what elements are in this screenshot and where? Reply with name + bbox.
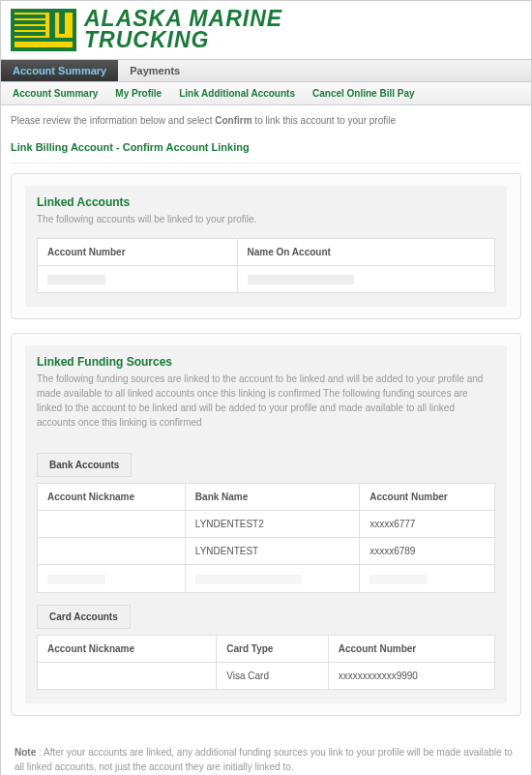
redacted-value bbox=[195, 575, 302, 584]
svg-rect-4 bbox=[15, 26, 45, 30]
card-accounts-tab: Card Accounts bbox=[37, 605, 131, 629]
header: ALASKA MARINE TRUCKING bbox=[1, 1, 531, 59]
card-accounts-table: Account Nickname Card Type Account Numbe… bbox=[37, 635, 495, 690]
linked-accounts-desc: The following accounts will be linked to… bbox=[37, 212, 495, 226]
funding-sources-desc: The following funding sources are linked… bbox=[37, 372, 495, 430]
page-title: Link Billing Account - Confirm Account L… bbox=[11, 135, 521, 164]
svg-rect-2 bbox=[15, 15, 45, 18]
col-card-type: Card Type bbox=[217, 635, 328, 662]
linked-accounts-table: Account Number Name On Account bbox=[37, 238, 495, 293]
table-row: Visa Card xxxxxxxxxxxx9990 bbox=[38, 662, 495, 689]
subnav-cancel-bill-pay[interactable]: Cancel Online Bill Pay bbox=[312, 88, 415, 99]
svg-rect-7 bbox=[49, 13, 55, 42]
brand-name: ALASKA MARINE TRUCKING bbox=[84, 9, 282, 51]
instruction-text: Please review the information below and … bbox=[11, 115, 521, 126]
col-nickname: Account Nickname bbox=[38, 484, 186, 511]
redacted-value bbox=[47, 575, 105, 584]
main-tabs: Account Summary Payments bbox=[1, 59, 531, 82]
col-nickname: Account Nickname bbox=[38, 635, 217, 662]
col-name-on-account: Name On Account bbox=[237, 239, 494, 266]
table-row: LYNDENTEST xxxxx6789 bbox=[38, 538, 495, 565]
bank-accounts-tab: Bank Accounts bbox=[37, 453, 132, 477]
col-account-number: Account Number bbox=[360, 484, 495, 511]
notes-section: Note : After your accounts are linked, a… bbox=[1, 739, 531, 775]
redacted-value bbox=[248, 275, 354, 284]
subnav-link-accounts[interactable]: Link Additional Accounts bbox=[179, 88, 295, 99]
redacted-value bbox=[369, 575, 428, 584]
col-account-number: Account Number bbox=[38, 239, 238, 266]
redacted-value bbox=[47, 275, 105, 284]
svg-rect-6 bbox=[15, 38, 73, 42]
svg-rect-3 bbox=[15, 20, 45, 24]
subnav-my-profile[interactable]: My Profile bbox=[115, 88, 162, 99]
col-bank-name: Bank Name bbox=[185, 484, 359, 511]
subnav-account-summary[interactable]: Account Summary bbox=[13, 88, 98, 99]
bank-accounts-table: Account Nickname Bank Name Account Numbe… bbox=[37, 483, 495, 592]
tab-account-summary[interactable]: Account Summary bbox=[1, 60, 118, 81]
tab-payments[interactable]: Payments bbox=[118, 60, 192, 81]
col-account-number: Account Number bbox=[328, 635, 494, 662]
table-row bbox=[38, 266, 495, 293]
table-row: LYNDENTEST2 xxxxx6777 bbox=[38, 511, 495, 538]
sub-nav: Account Summary My Profile Link Addition… bbox=[1, 82, 531, 105]
logo-icon bbox=[11, 9, 76, 51]
funding-sources-heading: Linked Funding Sources bbox=[37, 355, 495, 369]
funding-sources-panel: Linked Funding Sources The following fun… bbox=[11, 333, 521, 715]
linked-accounts-heading: Linked Accounts bbox=[37, 195, 495, 209]
svg-rect-5 bbox=[15, 32, 45, 36]
table-row bbox=[38, 565, 495, 592]
svg-rect-8 bbox=[59, 13, 65, 34]
linked-accounts-panel: Linked Accounts The following accounts w… bbox=[11, 173, 521, 319]
